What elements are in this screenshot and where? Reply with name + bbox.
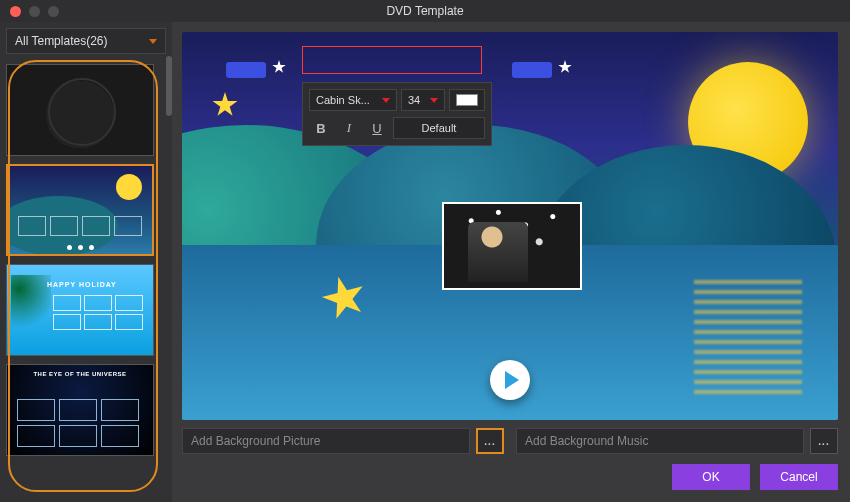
chevron-down-icon — [430, 98, 438, 103]
template-thumb[interactable]: HAPPY HOLIDAY — [6, 264, 154, 356]
bg-music-browse-button[interactable]: ... — [810, 428, 838, 454]
preview-canvas[interactable]: Cabin Sk... 34 B I U — [182, 32, 838, 420]
body: All Templates(26) HAPPY HOLIDAY THE EYE … — [0, 22, 850, 502]
window: DVD Template All Templates(26) HAPPY HOL… — [0, 0, 850, 502]
bg-music-group: Add Background Music ... — [516, 428, 838, 454]
template-thumb[interactable]: THE EYE OF THE UNIVERSE — [6, 364, 154, 456]
menu-chapter-marker[interactable] — [512, 62, 552, 78]
templates-dropdown-label: All Templates(26) — [15, 34, 107, 48]
main: Cabin Sk... 34 B I U — [172, 22, 850, 502]
menu-chapter-marker[interactable] — [226, 62, 266, 78]
italic-button[interactable]: I — [337, 117, 361, 139]
bold-button[interactable]: B — [309, 117, 333, 139]
placeholder-text: Add Background Picture — [191, 434, 320, 448]
text-format-panel: Cabin Sk... 34 B I U — [302, 82, 492, 146]
default-button[interactable]: Default — [393, 117, 485, 139]
play-button[interactable] — [490, 360, 530, 400]
placeholder-text: Add Background Music — [525, 434, 648, 448]
templates-list: HAPPY HOLIDAY THE EYE OF THE UNIVERSE — [6, 60, 166, 494]
font-select-value: Cabin Sk... — [316, 94, 370, 106]
bg-music-input[interactable]: Add Background Music — [516, 428, 804, 454]
bg-picture-group: Add Background Picture ... — [182, 428, 504, 454]
font-size-select[interactable]: 34 — [401, 89, 445, 111]
font-select[interactable]: Cabin Sk... — [309, 89, 397, 111]
font-color-swatch[interactable] — [449, 89, 485, 111]
title-text-selection[interactable] — [302, 46, 482, 74]
template-caption: HAPPY HOLIDAY — [47, 281, 117, 288]
scrollbar[interactable] — [166, 56, 172, 116]
template-caption: THE EYE OF THE UNIVERSE — [7, 371, 153, 377]
ok-button[interactable]: OK — [672, 464, 750, 490]
bg-picture-input[interactable]: Add Background Picture — [182, 428, 470, 454]
cancel-button[interactable]: Cancel — [760, 464, 838, 490]
preview-area: Cabin Sk... 34 B I U — [172, 22, 850, 428]
titlebar: DVD Template — [0, 0, 850, 22]
moon-reflection — [694, 280, 802, 400]
window-title: DVD Template — [0, 4, 850, 18]
template-thumb[interactable] — [6, 164, 154, 256]
chevron-down-icon — [382, 98, 390, 103]
bg-picture-browse-button[interactable]: ... — [476, 428, 504, 454]
background-inputs: Add Background Picture ... Add Backgroun… — [172, 428, 850, 464]
font-size-value: 34 — [408, 94, 420, 106]
dialog-actions: OK Cancel — [172, 464, 850, 502]
chevron-down-icon — [149, 39, 157, 44]
sidebar: All Templates(26) HAPPY HOLIDAY THE EYE … — [0, 22, 172, 502]
underline-button[interactable]: U — [365, 117, 389, 139]
template-thumb[interactable] — [6, 64, 154, 156]
templates-dropdown[interactable]: All Templates(26) — [6, 28, 166, 54]
video-thumbnail[interactable] — [442, 202, 582, 290]
